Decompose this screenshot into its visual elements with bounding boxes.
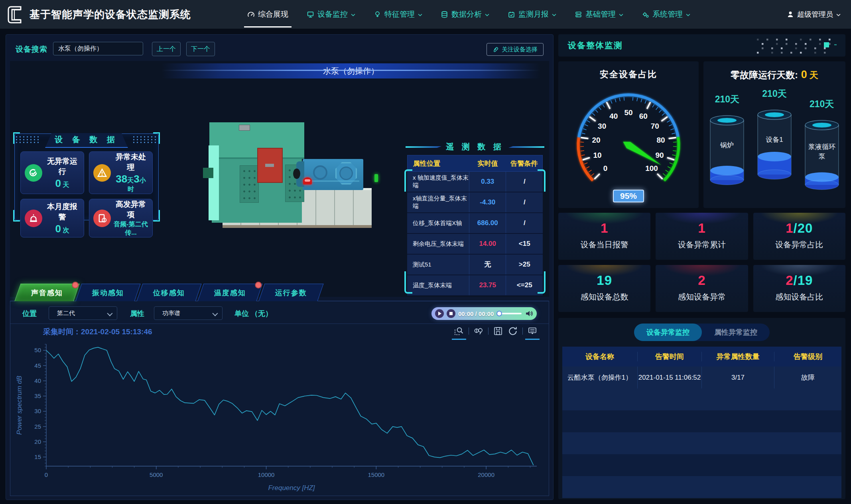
overall-monitor-panel: 设备整体监测 安全设备占比 0102030405060708090100 95%… xyxy=(558,34,845,499)
slider-thumb[interactable] xyxy=(496,311,502,316)
dots-decoration xyxy=(756,37,840,55)
next-device-button[interactable]: 下一个 xyxy=(186,42,215,56)
focus-device-button[interactable]: 关注设备选择 xyxy=(487,43,544,56)
unit-label: 单位 （无） xyxy=(234,309,272,318)
motor-panel xyxy=(240,165,259,203)
tooltip-toggle-icon[interactable] xyxy=(527,326,538,336)
svg-text:10: 10 xyxy=(593,151,601,159)
volume-icon[interactable] xyxy=(525,310,533,317)
tab-displacement-sensing[interactable]: 位移感知 xyxy=(136,284,201,301)
svg-text:10000: 10000 xyxy=(258,471,275,478)
toolbar-separator xyxy=(522,328,523,335)
abnormal-table: 设备名称告警时间异常属性数量告警级别 云酷水泵（勿操作1）2021-01-15 … xyxy=(562,347,841,498)
svg-text:15: 15 xyxy=(34,453,41,460)
stat-value: 2 xyxy=(656,273,748,288)
device-panel: 设备搜索 上一个 下一个 关注设备选择 水泵（勿操作） 设 备 数 据 xyxy=(6,34,554,500)
svg-text:设备1: 设备1 xyxy=(766,136,783,143)
overall-monitor-title: 设备整体监测 xyxy=(568,40,623,51)
bracket-decoration xyxy=(538,169,546,192)
days-value: 0 xyxy=(801,69,807,80)
refresh-icon[interactable] xyxy=(508,326,518,336)
cylinder-days: 210天 xyxy=(753,88,796,105)
bulb-icon xyxy=(374,11,381,18)
abnormal-monitor-card: 设备异常监控 属性异常监控 设备名称告警时间异常属性数量告警级别 云酷水泵（勿操… xyxy=(558,318,845,499)
server-icon xyxy=(575,11,582,18)
stat-label: 感知设备总数 xyxy=(558,292,650,302)
svg-text:0: 0 xyxy=(45,471,48,478)
tab-running-params[interactable]: 运行参数 xyxy=(258,284,323,301)
3d-viewport[interactable]: 水泵（勿操作） 设 备 数 据 无异常运行0 天异常未处理38天3小时本月度报警… xyxy=(10,61,549,297)
gauge-svg: 0102030405060708090100 xyxy=(558,82,699,189)
search-label: 设备搜索 xyxy=(16,44,47,55)
svg-text:25: 25 xyxy=(34,423,41,430)
app-title: 基于智能声学的设备状态监测系统 xyxy=(30,8,191,22)
svg-text:15000: 15000 xyxy=(368,471,384,478)
chevron-down-icon xyxy=(351,14,355,16)
days-unit: 天 xyxy=(810,70,818,80)
user-name: 超级管理员 xyxy=(797,10,833,19)
stop-button[interactable] xyxy=(447,309,455,318)
tab-label: 振动感知 xyxy=(92,288,124,298)
svg-text:5000: 5000 xyxy=(150,471,163,478)
tab-vibration-sensing[interactable]: 振动感知 xyxy=(75,284,140,301)
stats-grid: 1设备当日报警1设备异常累计1/20设备异常占比19感知设备总数2感知设备异常2… xyxy=(558,213,845,312)
monitor-empty-row xyxy=(562,476,841,498)
chevron-down-icon xyxy=(686,14,690,16)
safe-device-gauge-card: 安全设备占比 0102030405060708090100 95% xyxy=(558,61,699,208)
telemetry-row: x轴直流分量_泵体末端-4.30/ xyxy=(407,192,543,213)
attribute-select[interactable]: 功率谱 xyxy=(154,306,223,320)
alert-badge xyxy=(255,282,262,288)
tab-attribute-abnormal[interactable]: 属性异常监控 xyxy=(702,324,770,341)
tab-device-abnormal[interactable]: 设备异常监控 xyxy=(634,324,702,341)
svg-text:40: 40 xyxy=(34,377,41,384)
spectrum-chart[interactable]: 152025303540455005000100001500020000Powe… xyxy=(10,339,550,496)
svg-text:100: 100 xyxy=(645,164,658,173)
zoom-select-icon[interactable] xyxy=(454,326,464,336)
zero-fault-days-title: 零故障运行天数:0天 xyxy=(703,61,845,81)
monitor-row[interactable]: 云酷水泵（勿操作1）2021-01-15 11:06:523/17故障 xyxy=(562,367,841,388)
zero-fault-days-card: 零故障运行天数:0天 210天锅炉210天设备1210天浆液循环泵 xyxy=(703,61,845,208)
svg-text:60: 60 xyxy=(639,112,648,120)
database-icon xyxy=(441,11,448,18)
zoom-restore-icon[interactable] xyxy=(473,326,484,336)
nav-label: 监测月报 xyxy=(518,9,549,20)
prev-device-button[interactable]: 上一个 xyxy=(152,42,181,56)
alarm-marker-icon xyxy=(303,177,312,184)
nav-item-monthly-report[interactable]: 监测月报 xyxy=(508,0,556,29)
player-seek-slider[interactable] xyxy=(497,313,522,314)
telemetry-row: 位移_泵体首端X轴686.00/ xyxy=(407,213,543,234)
device-search-input[interactable] xyxy=(53,42,143,55)
capture-time: 采集时间：2021-02-05 15:13:46 xyxy=(43,327,152,337)
play-button[interactable] xyxy=(435,309,444,318)
tab-label: 声音感知 xyxy=(31,288,63,298)
gearbox-port xyxy=(293,169,300,179)
save-image-icon[interactable] xyxy=(493,326,503,336)
toolbar-separator xyxy=(469,328,469,335)
nav-item-feature-mgmt[interactable]: 特征管理 xyxy=(374,0,422,29)
position-select[interactable]: 第二代 xyxy=(49,306,117,320)
monitor-col-header: 设备名称 xyxy=(562,352,638,361)
tab-sound-sensing[interactable]: 声音感知 xyxy=(14,284,79,301)
nav-item-base-mgmt[interactable]: 基础管理 xyxy=(575,0,623,29)
chevron-down-icon xyxy=(418,14,422,16)
nav-item-data-analysis[interactable]: 数据分析 xyxy=(441,0,489,29)
nav-item-system-mgmt[interactable]: 系统管理 xyxy=(642,0,690,29)
stat-value: 19 xyxy=(558,273,650,288)
monitor-tab-toggle: 设备异常监控 属性异常监控 xyxy=(634,324,770,341)
sensing-panel: 声音感知 振动感知 位移感知 温度感知 运行参数 位置 第二代 属性 功率谱 单… xyxy=(10,301,549,496)
svg-text:20000: 20000 xyxy=(478,471,494,478)
stat-card: 2感知设备异常 xyxy=(656,265,748,312)
telemetry-title: 遥 测 数 据 xyxy=(402,141,548,154)
svg-text:30: 30 xyxy=(34,408,41,414)
main-menu: 综合展现 设备监控 特征管理 数据分析 监测月报 xyxy=(247,0,690,29)
nav-label: 综合展现 xyxy=(258,9,288,20)
nav-item-device-monitor[interactable]: 设备监控 xyxy=(307,0,355,29)
stat-label: 设备当日报警 xyxy=(558,239,650,250)
tab-temperature-sensing[interactable]: 温度感知 xyxy=(197,284,262,301)
nav-item-overview[interactable]: 综合展现 xyxy=(247,0,288,29)
telemetry-table-body: x 轴加速度值_泵体末端0.33/x轴直流分量_泵体末端-4.30/位移_泵体首… xyxy=(407,172,543,296)
tab-label: 运行参数 xyxy=(275,288,307,298)
user-menu[interactable]: 超级管理员 xyxy=(787,10,851,19)
stat-label: 设备异常占比 xyxy=(753,239,845,250)
cylinder-days: 210天 xyxy=(706,93,748,111)
